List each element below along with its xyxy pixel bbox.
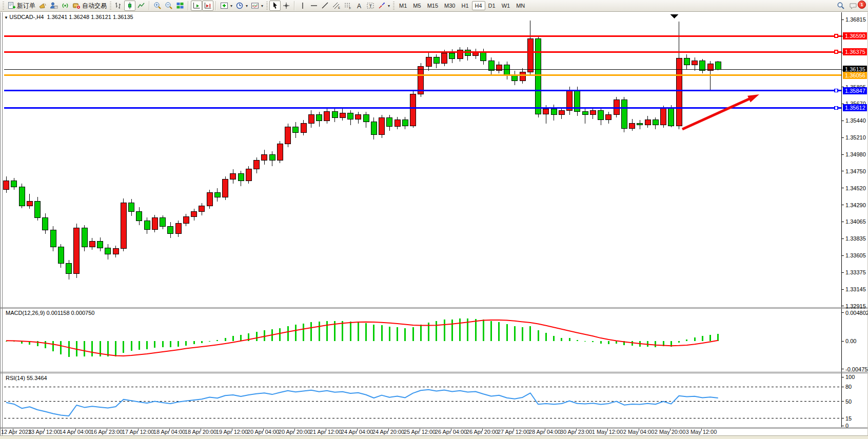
candle-body[interactable] <box>113 248 119 254</box>
candle-body[interactable] <box>661 108 666 125</box>
candle-body[interactable] <box>371 122 377 134</box>
candle-body[interactable] <box>629 124 635 129</box>
zoom-in-button[interactable] <box>152 1 163 11</box>
candle-body[interactable] <box>653 120 658 125</box>
candle-body[interactable] <box>136 212 142 221</box>
candle-body[interactable] <box>50 230 56 247</box>
candle-body[interactable] <box>426 57 431 66</box>
candle-body[interactable] <box>214 193 220 197</box>
autotrade-button[interactable]: 自动交易 <box>71 1 108 11</box>
candle-body[interactable] <box>465 50 470 55</box>
candle-body[interactable] <box>442 53 447 63</box>
community-button[interactable] <box>48 1 60 11</box>
candle-body[interactable] <box>105 248 111 254</box>
candle-body[interactable] <box>121 203 126 249</box>
price-line-handle[interactable] <box>835 89 838 92</box>
candle-body[interactable] <box>433 57 439 63</box>
candle-body[interactable] <box>262 154 267 160</box>
indicators-button[interactable]: ▾ <box>219 1 234 11</box>
price-line-handle[interactable] <box>835 50 838 53</box>
arrows-button[interactable]: ▾ <box>376 1 391 11</box>
candle-body[interactable] <box>97 241 103 248</box>
price-line-handle[interactable] <box>835 106 838 109</box>
candle-body[interactable] <box>348 113 353 119</box>
chart-canvas[interactable]: 1.368151.365851.363551.361251.358951.356… <box>0 12 868 439</box>
candle-body[interactable] <box>676 58 682 126</box>
bar-chart-button[interactable] <box>113 1 124 11</box>
candle-body[interactable] <box>129 203 134 212</box>
toolbar-grip[interactable] <box>3 2 4 10</box>
candle-body[interactable] <box>356 115 361 119</box>
candle-body[interactable] <box>379 117 385 134</box>
candle-body[interactable] <box>230 173 236 179</box>
candle-body[interactable] <box>606 115 611 120</box>
candle-body[interactable] <box>35 202 41 218</box>
candle-body[interactable] <box>301 124 306 132</box>
candle-body[interactable] <box>402 120 408 126</box>
candle-body[interactable] <box>89 241 95 247</box>
candle-body[interactable] <box>582 112 588 115</box>
candle-body[interactable] <box>27 202 32 206</box>
search-button[interactable] <box>835 1 846 11</box>
auto-scroll-button[interactable] <box>191 1 202 11</box>
candle-body[interactable] <box>238 173 244 181</box>
candle-body[interactable] <box>504 65 510 75</box>
timeframe-w1-button[interactable]: W1 <box>499 1 514 10</box>
candle-body[interactable] <box>324 112 330 121</box>
timeframe-m1-button[interactable]: M1 <box>396 1 410 10</box>
candle-body[interactable] <box>645 120 650 125</box>
fibonacci-button[interactable]: F <box>342 1 353 11</box>
timeframe-m15-button[interactable]: M15 <box>424 1 441 10</box>
candle-body[interactable] <box>332 112 338 117</box>
candle-body[interactable] <box>43 217 48 230</box>
candle-body[interactable] <box>11 181 17 187</box>
candle-body[interactable] <box>254 160 260 169</box>
toolbar-grip[interactable] <box>110 2 111 10</box>
tile-windows-button[interactable] <box>174 1 186 11</box>
candle-body[interactable] <box>168 226 173 233</box>
candle-body[interactable] <box>223 179 228 197</box>
candle-body[interactable] <box>175 224 181 234</box>
toolbar-grip[interactable] <box>393 2 394 10</box>
candle-body[interactable] <box>684 58 689 65</box>
timeframe-m30-button[interactable]: M30 <box>441 1 458 10</box>
candle-body[interactable] <box>637 124 643 125</box>
candle-body[interactable] <box>481 51 486 61</box>
candlestick-chart-button[interactable] <box>124 1 135 11</box>
candle-body[interactable] <box>590 110 596 115</box>
candle-body[interactable] <box>66 263 72 273</box>
candle-body[interactable] <box>410 94 416 126</box>
candle-body[interactable] <box>668 108 674 126</box>
vertical-line-button[interactable] <box>297 1 308 11</box>
candle-body[interactable] <box>191 212 197 217</box>
candle-body[interactable] <box>199 206 205 211</box>
candle-body[interactable] <box>512 76 518 81</box>
candle-body[interactable] <box>277 144 283 161</box>
timeframe-mn-button[interactable]: MN <box>513 1 528 10</box>
candle-body[interactable] <box>394 120 400 127</box>
candle-body[interactable] <box>317 115 322 121</box>
candle-body[interactable] <box>285 127 291 144</box>
candle-body[interactable] <box>293 127 299 132</box>
candle-body[interactable] <box>488 61 494 71</box>
candle-body[interactable] <box>74 228 80 273</box>
candle-body[interactable] <box>340 113 345 118</box>
timeframe-h1-button[interactable]: H1 <box>458 1 471 10</box>
candle-body[interactable] <box>621 100 627 129</box>
price-line-handle[interactable] <box>835 34 838 37</box>
candle-body[interactable] <box>308 115 314 124</box>
text-button[interactable]: A <box>353 1 365 11</box>
candle-body[interactable] <box>559 110 564 115</box>
candle-body[interactable] <box>551 109 557 114</box>
chart-dropdown-triangle-icon[interactable]: ▼ <box>4 15 9 20</box>
candle-body[interactable] <box>246 169 251 181</box>
line-chart-button[interactable] <box>135 1 147 11</box>
candle-body[interactable] <box>527 39 533 72</box>
crosshair-button[interactable] <box>281 1 292 11</box>
candle-body[interactable] <box>58 247 64 264</box>
candle-body[interactable] <box>183 217 189 224</box>
candle-body[interactable] <box>520 72 525 81</box>
signal-button[interactable] <box>60 1 71 11</box>
candle-body[interactable] <box>363 115 369 122</box>
new-order-button[interactable]: 新订单 <box>6 1 37 11</box>
